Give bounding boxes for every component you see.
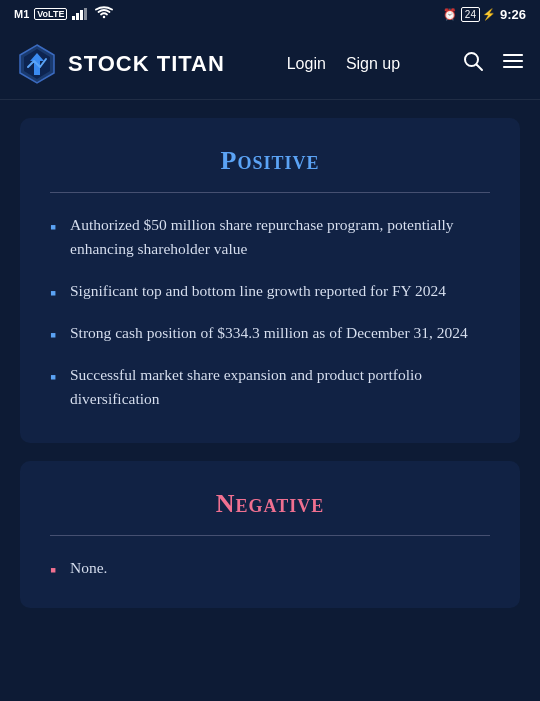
signup-link[interactable]: Sign up: [346, 55, 400, 73]
svg-rect-0: [72, 16, 75, 20]
signal-icon: [72, 7, 90, 22]
battery-level: 24: [461, 7, 480, 22]
list-item: None.: [50, 556, 490, 580]
positive-list: Authorized $50 million share repurchase …: [50, 213, 490, 411]
volte-badge: VoLTE: [34, 8, 67, 20]
negative-card-title: Negative: [50, 489, 490, 519]
time-display: 9:26: [500, 7, 526, 22]
svg-rect-1: [76, 13, 79, 20]
brand-logo-group[interactable]: STOCK TITAN: [16, 43, 225, 85]
negative-card: Negative None.: [20, 461, 520, 608]
svg-line-7: [477, 65, 483, 71]
charging-icon: ⚡: [482, 8, 496, 21]
menu-icon[interactable]: [502, 50, 524, 77]
battery-indicator: 24 ⚡: [461, 7, 496, 22]
list-item: Authorized $50 million share repurchase …: [50, 213, 490, 261]
negative-divider: [50, 535, 490, 536]
status-right: ⏰ 24 ⚡ 9:26: [443, 7, 526, 22]
list-item: Strong cash position of $334.3 million a…: [50, 321, 490, 345]
status-bar: M1 VoLTE ⏰ 24 ⚡ 9:26: [0, 0, 540, 28]
alarm-icon: ⏰: [443, 8, 457, 21]
positive-card-title: Positive: [50, 146, 490, 176]
list-item: Significant top and bottom line growth r…: [50, 279, 490, 303]
svg-rect-3: [84, 8, 87, 20]
positive-divider: [50, 192, 490, 193]
nav-links: Login Sign up: [287, 55, 400, 73]
status-left: M1 VoLTE: [14, 6, 113, 22]
positive-card: Positive Authorized $50 million share re…: [20, 118, 520, 443]
nav-icons: [462, 50, 524, 77]
main-content: Positive Authorized $50 million share re…: [0, 100, 540, 646]
brand-name-text: STOCK TITAN: [68, 51, 225, 77]
search-icon[interactable]: [462, 50, 484, 77]
negative-list: None.: [50, 556, 490, 580]
carrier-label: M1: [14, 8, 29, 20]
svg-rect-2: [80, 10, 83, 20]
brand-icon: [16, 43, 58, 85]
list-item: Successful market share expansion and pr…: [50, 363, 490, 411]
positive-title-text: Positive: [221, 146, 320, 175]
negative-title-text: Negative: [216, 489, 324, 518]
navbar: STOCK TITAN Login Sign up: [0, 28, 540, 100]
login-link[interactable]: Login: [287, 55, 326, 73]
wifi-icon: [95, 6, 113, 22]
